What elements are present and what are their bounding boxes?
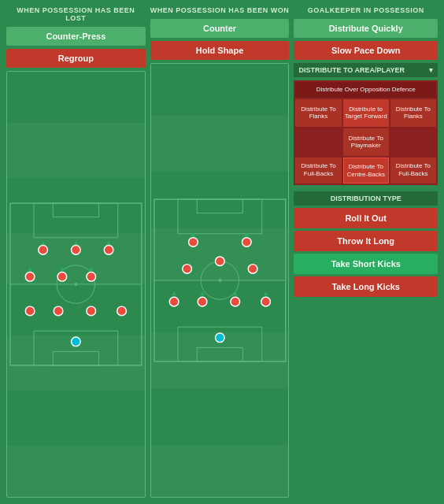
svg-point-23 [87,306,96,316]
dist-flanks-right[interactable]: Distribute To Flanks [390,99,436,127]
svg-point-29 [218,279,221,282]
svg-point-14 [104,246,113,255]
hold-shape-button[interactable]: Hold Shape [150,41,290,60]
svg-point-18 [57,272,67,281]
svg-point-44 [198,297,207,306]
svg-point-25 [72,337,81,346]
svg-point-4 [74,283,77,286]
pitch-field-middle: ▲ ▲ ▲ ▲ ▲ [151,64,289,497]
svg-rect-30 [178,199,262,234]
dist-full-backs-right[interactable]: Distribute To Full-Backs [390,158,436,183]
svg-point-35 [188,238,198,247]
take-short-kicks-button[interactable]: Take Short Kicks [294,254,438,274]
pitch-middle: ▲ ▲ ▲ ▲ ▲ [150,63,290,498]
throw-it-long-button[interactable]: Throw It Long [294,231,438,251]
left-panels: WHEN POSSESSION HAS BEEN LOST Counter-Pr… [6,6,289,498]
svg-rect-6 [53,203,98,217]
dist-over-opposition[interactable]: Distribute Over Opposition Defence [295,82,436,98]
main-container: WHEN POSSESSION HAS BEEN LOST Counter-Pr… [0,0,444,504]
svg-point-12 [72,246,81,255]
svg-point-46 [231,297,240,306]
distribution-grid: Distribute Over Opposition Defence Distr… [294,80,438,185]
svg-rect-32 [178,327,262,361]
panel-possession-lost: WHEN POSSESSION HAS BEEN LOST Counter-Pr… [6,6,146,498]
dist-row-2: Distribute To Flanks Distribute to Targe… [295,99,436,127]
svg-text:▲: ▲ [243,230,250,238]
dist-playmaker[interactable]: Distribute To Playmaker [343,128,389,156]
dist-row-3: Distribute To Playmaker [295,128,436,156]
take-long-kicks-button[interactable]: Take Long Kicks [294,276,438,297]
distribute-area-header: DISTRIBUTE TO AREA/PLAYER ▾ [294,63,438,77]
svg-point-10 [39,246,48,255]
svg-rect-31 [197,199,242,213]
distribute-area-label: DISTRIBUTE TO AREA/PLAYER [298,66,405,74]
distribute-quickly-button[interactable]: Distribute Quickly [294,19,438,38]
svg-rect-7 [34,331,118,365]
panel-possession-won-header: WHEN POSSESSION HAS BEEN WON [150,6,290,14]
slow-pace-button[interactable]: Slow Pace Down [294,41,438,60]
pitch-field-left: ▲ ▲ ▲ ▲ ▲ ▲ [7,72,145,497]
regroup-button[interactable]: Regroup [6,49,146,68]
svg-point-39 [215,257,224,266]
svg-point-21 [25,306,35,316]
svg-point-49 [215,333,224,343]
dist-empty-right [390,128,436,156]
right-panel: GOALKEEPER IN POSSESSION Distribute Quic… [294,6,438,498]
svg-point-48 [261,297,270,306]
dist-centre-backs[interactable]: Distribute To Centre-Backs [343,158,389,183]
svg-text:▲: ▲ [171,289,178,297]
svg-rect-8 [53,351,98,365]
svg-text:▲: ▲ [198,289,205,297]
goalkeeper-header: GOALKEEPER IN POSSESSION [294,6,438,14]
chevron-down-icon[interactable]: ▾ [429,66,433,74]
svg-rect-33 [197,347,242,361]
svg-text:▲: ▲ [231,289,239,297]
svg-point-22 [54,306,63,316]
svg-point-40 [248,265,257,274]
distribution-type-section: DISTRIBUTION TYPE Roll It Out Throw It L… [294,191,438,297]
svg-point-20 [87,272,96,281]
svg-point-42 [169,297,179,306]
dist-flanks-left[interactable]: Distribute To Flanks [295,99,341,127]
dist-empty-left [295,128,341,156]
svg-rect-5 [34,203,118,238]
panel-possession-won: WHEN POSSESSION HAS BEEN WON Counter Hol… [150,6,290,498]
counter-press-button[interactable]: Counter-Press [6,27,146,46]
distribution-type-header: DISTRIBUTION TYPE [294,191,438,206]
svg-point-37 [242,238,251,247]
svg-point-38 [182,265,191,274]
counter-button[interactable]: Counter [150,19,290,38]
panel-possession-lost-header: WHEN POSSESSION HAS BEEN LOST [6,6,146,22]
pitch-left: ▲ ▲ ▲ ▲ ▲ ▲ [6,71,146,498]
roll-it-out-button[interactable]: Roll It Out [294,208,438,228]
dist-full-backs-left[interactable]: Distribute To Full-Backs [295,158,341,183]
svg-point-24 [117,306,127,316]
svg-text:▲: ▲ [262,289,269,297]
svg-point-16 [25,272,35,281]
svg-text:▲: ▲ [190,230,197,238]
dist-target-forward[interactable]: Distribute to Target Forward [343,99,389,127]
dist-row-4: Distribute To Full-Backs Distribute To C… [295,158,436,183]
